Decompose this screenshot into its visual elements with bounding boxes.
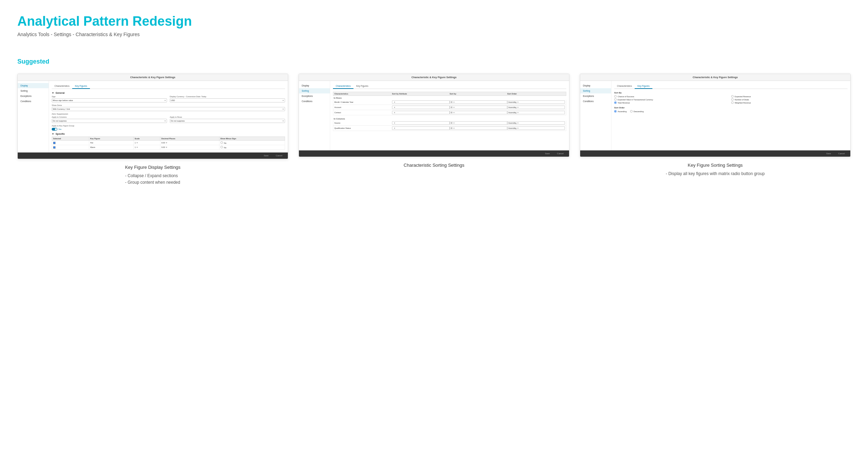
account-attr: ▼ — [392, 106, 450, 109]
col-sort-by: Sort by — [450, 93, 507, 95]
cell-scale-warm: 1 ▼ — [133, 145, 160, 150]
sidebar-3-sorting[interactable]: Sorting — [580, 88, 611, 93]
cancel-button-1[interactable]: Cancel — [273, 154, 285, 157]
radio-total-revenue-icon[interactable] — [614, 101, 617, 104]
tab-key-figures[interactable]: Key Figures — [72, 84, 90, 89]
month-attr-dropdown[interactable]: ▼ — [392, 100, 450, 104]
tab-3-characteristics[interactable]: Characteristics — [614, 84, 635, 89]
sidebar-exceptions[interactable]: Exceptions — [18, 93, 49, 99]
mockup-1-caption-title: Key Figure Display Settings — [125, 165, 181, 170]
tab-2-characteristics[interactable]: Characteristics — [333, 84, 353, 89]
checkbox-hot[interactable]: ✓ — [53, 142, 56, 144]
sort-order-section: Sort Order Ascending Descending — [614, 107, 848, 113]
radio-ascending: Ascending — [614, 110, 627, 113]
radio-ascending-icon[interactable] — [614, 110, 617, 113]
general-section-header[interactable]: ▼ General — [52, 92, 285, 94]
account-attr-dropdown[interactable]: ▼ — [392, 106, 450, 109]
mockup-1-container: Characteristic & Key Figure Settings Dis… — [17, 74, 288, 186]
month-sort-by: ID▼ — [450, 100, 507, 104]
contact-sortby-dropdown[interactable]: ID▼ — [450, 111, 507, 114]
apply-to-key-figure-label: Apply to Key Figure Group — [52, 125, 285, 127]
sidebar-2-sorting[interactable]: Sorting — [299, 88, 330, 93]
sidebar-display[interactable]: Display — [18, 83, 49, 88]
source-sort-order: Ascending▼ — [507, 121, 565, 125]
sort-by-section: Sort By Chance of Success Expected Reven… — [614, 92, 848, 104]
apply-rows-select[interactable]: Do not suppress ▼ — [170, 119, 285, 123]
sidebar-conditions[interactable]: Conditions — [18, 99, 49, 104]
toggle-key-figure[interactable]: Yes — [52, 128, 285, 131]
mockup-2-main: Characteristics Key Figures Characterist… — [330, 81, 569, 150]
sign-select[interactable]: Minus sign before value ▼ — [52, 98, 167, 102]
checkbox-warm[interactable]: ✓ — [53, 146, 56, 149]
sort-by-options: Chance of Success Expected Revenue Expec… — [614, 95, 848, 104]
mockup-3-caption-notes: - Display all key figures with matrix ra… — [666, 171, 765, 177]
sidebar-3-display[interactable]: Display — [580, 83, 611, 88]
show-zeros-field: Show Zeros With Currency / Unit ▼ — [52, 104, 285, 111]
month-sortby-dropdown[interactable]: ID▼ — [450, 100, 507, 104]
radio-chance-icon[interactable] — [614, 95, 617, 98]
source-order-dropdown[interactable]: Ascending▼ — [507, 121, 565, 125]
descending-label: Descending — [634, 110, 644, 113]
save-button-3[interactable]: Save — [824, 152, 834, 155]
account-sortby-dropdown[interactable]: ID▼ — [450, 106, 507, 109]
mockup-3-sidebar: Display Sorting Exceptions Conditions — [580, 81, 611, 150]
sidebar-2-display[interactable]: Display — [299, 83, 330, 88]
tab-characteristics[interactable]: Characteristics — [52, 84, 72, 89]
sidebar-2-conditions[interactable]: Conditions — [299, 99, 330, 104]
apply-to-columns-field: Apply to Columns Do not suppress ▼ — [52, 116, 167, 123]
save-button-1[interactable]: Save — [261, 154, 272, 157]
currency-select[interactable]: USD ▼ — [170, 98, 285, 102]
source-attr-dropdown[interactable]: ▼ — [392, 121, 450, 125]
show-zeros-select[interactable]: With Currency / Unit ▼ — [52, 107, 285, 111]
source-label: Source — [334, 122, 392, 124]
weighted-revenue-label: Weighted Revenue — [735, 102, 751, 104]
sidebar-2-exceptions[interactable]: Exceptions — [299, 93, 330, 99]
qualification-order-dropdown[interactable]: Ascending▼ — [507, 126, 565, 130]
show-zeros-arrow: ▼ — [282, 108, 284, 110]
tab-2-key-figures[interactable]: Key Figures — [353, 84, 371, 89]
col-decimal: Decimal Places — [160, 137, 219, 141]
save-button-2[interactable]: Save — [542, 152, 553, 155]
radio-transactional-icon[interactable] — [614, 98, 617, 101]
radio-no-warm[interactable] — [220, 146, 223, 148]
apply-columns-select[interactable]: Do not suppress ▼ — [52, 119, 167, 123]
cell-checkbox-warm[interactable]: ✓ — [52, 145, 89, 150]
account-order-dropdown[interactable]: Ascending▼ — [507, 106, 565, 109]
radio-descending-icon[interactable] — [630, 110, 633, 113]
source-sortby-dropdown[interactable]: ID▼ — [450, 121, 507, 125]
sidebar-3-conditions[interactable]: Conditions — [580, 99, 611, 104]
show-zeros-label: Show Zeros — [52, 104, 285, 106]
mockup-1-main: Characteristics Key Figures ▼ General Si… — [49, 81, 288, 152]
sort-row-source: Source ▼ ID▼ Ascending▼ — [333, 121, 566, 126]
radio-no-hot[interactable] — [220, 141, 223, 144]
qualification-attr-dropdown[interactable]: ▼ — [392, 126, 450, 130]
sign-select-arrow: ▼ — [164, 99, 166, 101]
qualification-attr: ▼ — [392, 126, 450, 130]
month-attr: ▼ — [392, 100, 450, 104]
col-minus-sign: Show Minus Sign — [219, 137, 285, 141]
cancel-button-3[interactable]: Cancel — [835, 152, 848, 155]
cell-hot: Hot — [89, 141, 133, 145]
radio-number-deals-icon[interactable] — [731, 98, 734, 101]
contact-order-dropdown[interactable]: Ascending▼ — [507, 111, 565, 114]
tab-3-key-figures[interactable]: Key Figures — [635, 84, 652, 89]
account-label: Account — [334, 106, 392, 108]
cell-checkbox-hot[interactable]: ✓ — [52, 141, 89, 145]
sidebar-3-exceptions[interactable]: Exceptions — [580, 93, 611, 99]
radio-weighted-revenue-icon[interactable] — [731, 101, 734, 104]
cancel-button-2[interactable]: Cancel — [554, 152, 566, 155]
mockup-3-note-1: - Display all key figures with matrix ra… — [666, 171, 765, 177]
mockup-1-tabs: Characteristics Key Figures — [52, 84, 285, 89]
zero-suppression-row: Apply to Columns Do not suppress ▼ Apply… — [52, 116, 285, 123]
general-label: General — [56, 92, 65, 94]
toggle-track — [52, 128, 57, 131]
col-sort-by-attr: Sort by Attribute — [392, 93, 450, 95]
specific-section-header[interactable]: ▼ Specific — [52, 133, 285, 135]
qualification-sortby-dropdown[interactable]: ID▼ — [450, 126, 507, 130]
sidebar-sorting[interactable]: Sorting — [18, 88, 49, 93]
contact-attr-dropdown[interactable]: ▼ — [392, 111, 450, 114]
month-order-dropdown[interactable]: Ascending▼ — [507, 100, 565, 104]
radio-number-deals: Number of Deals — [731, 98, 848, 101]
cell-decimal-warm: 0.00 ▼ — [160, 145, 219, 150]
radio-expected-revenue-icon[interactable] — [731, 95, 734, 98]
